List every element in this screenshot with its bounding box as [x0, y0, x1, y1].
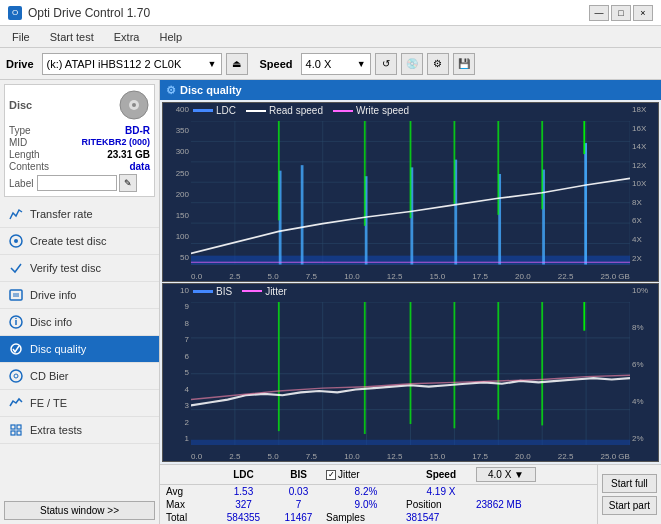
avg-speed-value: 4.19 X	[406, 486, 476, 497]
bottom-section: LDC BIS ✓ Jitter Speed 4.0 X ▼ Avg 1.53 …	[160, 464, 661, 524]
disc-length-label: Length	[9, 149, 40, 160]
stats-ldc-header: LDC	[216, 469, 271, 480]
max-jitter-value: 9.0%	[326, 499, 406, 510]
nav-extra-tests-label: Extra tests	[30, 424, 82, 436]
disc-mid-label: MID	[9, 137, 27, 148]
stats-speed-header: Speed	[406, 469, 476, 480]
start-part-button[interactable]: Start part	[602, 496, 657, 515]
y-axis-left-labels: 40035030025020015010050	[163, 103, 191, 265]
transfer-rate-icon	[8, 206, 24, 222]
menu-help[interactable]: Help	[155, 30, 186, 44]
disc-length-row: Length 23.31 GB	[9, 149, 150, 160]
legend-jitter: Jitter	[242, 286, 287, 297]
menubar: File Start test Extra Help	[0, 26, 661, 48]
disc-icon	[118, 89, 150, 121]
svg-point-10	[15, 318, 17, 320]
svg-point-13	[14, 374, 18, 378]
nav-transfer-rate[interactable]: Transfer rate	[0, 201, 159, 228]
drive-dropdown-icon[interactable]: ▼	[208, 59, 217, 69]
settings-button[interactable]: ⚙	[427, 53, 449, 75]
total-ldc-value: 584355	[216, 512, 271, 523]
disc-panel: Disc Type BD-R MID RITEKBR2 (000) Length…	[4, 84, 155, 197]
nav-create-test-disc[interactable]: Create test disc	[0, 228, 159, 255]
nav-fe-te-label: FE / TE	[30, 397, 67, 409]
svg-rect-67	[191, 439, 630, 445]
menu-file[interactable]: File	[8, 30, 34, 44]
close-button[interactable]: ×	[633, 5, 653, 21]
upper-chart: 40035030025020015010050 18X16X14X12X10X8…	[162, 102, 659, 282]
svg-rect-17	[17, 431, 21, 435]
nav-fe-te[interactable]: FE / TE	[0, 390, 159, 417]
disc-label-label: Label	[9, 178, 33, 189]
avg-jitter-value: 8.2%	[326, 486, 406, 497]
nav-drive-info-label: Drive info	[30, 289, 76, 301]
chart-header: ⚙ Disc quality	[160, 80, 661, 100]
nav-verify-test-disc[interactable]: Verify test disc	[0, 255, 159, 282]
disc-length-value: 23.31 GB	[107, 149, 150, 160]
avg-ldc-value: 1.53	[216, 486, 271, 497]
disc-panel-title: Disc	[9, 99, 32, 111]
samples-label: Samples	[326, 512, 406, 523]
nav-disc-info[interactable]: Disc info	[0, 309, 159, 336]
max-bis-value: 7	[271, 499, 326, 510]
save-button[interactable]: 💾	[453, 53, 475, 75]
stats-max-row: Max 327 7 9.0% Position 23862 MB	[160, 498, 597, 511]
jitter-label: Jitter	[338, 469, 360, 480]
app-icon: O	[8, 6, 22, 20]
drive-selector[interactable]: (k:) ATAPI iHBS112 2 CL0K ▼	[42, 53, 222, 75]
nav-extra-tests[interactable]: Extra tests	[0, 417, 159, 444]
speed-selector[interactable]: 4.0 X ▼	[301, 53, 371, 75]
stats-main: LDC BIS ✓ Jitter Speed 4.0 X ▼ Avg 1.53 …	[160, 465, 597, 524]
disc-contents-label: Contents	[9, 161, 49, 172]
max-ldc-value: 327	[216, 499, 271, 510]
disc-info-icon	[8, 314, 24, 330]
svg-rect-5	[10, 290, 22, 300]
drive-info-icon	[8, 287, 24, 303]
disc-mid-row: MID RITEKBR2 (000)	[9, 137, 150, 148]
disc-contents-value: data	[129, 161, 150, 172]
charts-area: 40035030025020015010050 18X16X14X12X10X8…	[160, 100, 661, 464]
total-bis-value: 11467	[271, 512, 326, 523]
nav-disc-quality[interactable]: Disc quality	[0, 336, 159, 363]
avg-bis-value: 0.03	[271, 486, 326, 497]
nav-disc-quality-label: Disc quality	[30, 343, 86, 355]
position-value: 23862 MB	[476, 499, 522, 510]
speed-dropdown-icon[interactable]: ▼	[357, 59, 366, 69]
jitter-checkbox-row: ✓ Jitter	[326, 469, 406, 480]
nav-transfer-rate-label: Transfer rate	[30, 208, 93, 220]
refresh-button[interactable]: ↺	[375, 53, 397, 75]
drive-value: (k:) ATAPI iHBS112 2 CL0K	[47, 58, 206, 70]
chart-title: Disc quality	[180, 84, 242, 96]
start-full-button[interactable]: Start full	[602, 474, 657, 493]
y2-axis-right-labels: 10%8%6%4%2%	[630, 284, 658, 446]
stats-header-row: LDC BIS ✓ Jitter Speed 4.0 X ▼	[160, 465, 597, 485]
svg-rect-15	[17, 425, 21, 429]
menu-extra[interactable]: Extra	[110, 30, 144, 44]
status-window-button[interactable]: Status window >>	[4, 501, 155, 520]
fe-te-icon	[8, 395, 24, 411]
jitter-checkbox[interactable]: ✓	[326, 470, 336, 480]
menu-start-test[interactable]: Start test	[46, 30, 98, 44]
minimize-button[interactable]: —	[589, 5, 609, 21]
chart-header-icon: ⚙	[166, 84, 176, 97]
svg-point-12	[10, 370, 22, 382]
cd-bier-icon	[8, 368, 24, 384]
nav-drive-info[interactable]: Drive info	[0, 282, 159, 309]
nav-cd-bier[interactable]: CD Bier	[0, 363, 159, 390]
disc-label-input[interactable]	[37, 175, 117, 191]
nav-create-test-label: Create test disc	[30, 235, 106, 247]
eject-button[interactable]: ⏏	[226, 53, 248, 75]
disc-button[interactable]: 💿	[401, 53, 423, 75]
titlebar-controls[interactable]: — □ ×	[589, 5, 653, 21]
nav-verify-test-label: Verify test disc	[30, 262, 101, 274]
stats-total-row: Total 584355 11467 Samples 381547	[160, 511, 597, 524]
maximize-button[interactable]: □	[611, 5, 631, 21]
upper-chart-legend: LDC Read speed Write speed	[193, 105, 409, 116]
legend-write-speed: Write speed	[333, 105, 409, 116]
disc-label-edit-btn[interactable]: ✎	[119, 174, 137, 192]
avg-label: Avg	[166, 486, 216, 497]
speed-dropdown-stats[interactable]: 4.0 X ▼	[476, 467, 536, 482]
position-label: Position	[406, 499, 476, 510]
disc-label-row: Label ✎	[9, 174, 150, 192]
toolbar: Drive (k:) ATAPI iHBS112 2 CL0K ▼ ⏏ Spee…	[0, 48, 661, 80]
